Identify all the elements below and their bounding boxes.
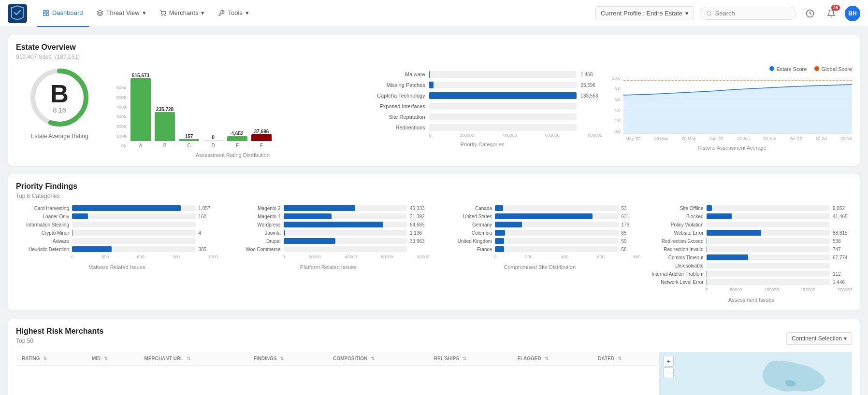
mid-sort-icon: ⇅ bbox=[104, 356, 108, 361]
bar-B: 235,728 B bbox=[155, 107, 175, 148]
nav-tools[interactable]: Tools ▾ bbox=[212, 0, 254, 27]
row-crypto-miner: Crypto Miner 4 bbox=[16, 230, 218, 236]
row-france: France 58 bbox=[439, 246, 641, 252]
map-svg bbox=[659, 352, 852, 395]
bars-container: 515,673 A 235,728 B 157 C bbox=[130, 85, 272, 148]
svg-rect-1 bbox=[43, 10, 45, 12]
row-site-offline: Site Offline 9,052 bbox=[651, 205, 853, 211]
continent-label: Continent Selection bbox=[792, 335, 842, 342]
nav-merchants-label: Merchants bbox=[169, 9, 199, 16]
col-dated: DATED ⇅ bbox=[592, 352, 659, 366]
row-network-level: Network Level Error 1,446 bbox=[651, 279, 853, 285]
bar-D: 0 D bbox=[203, 135, 223, 148]
tools-chevron-icon: ▾ bbox=[246, 9, 249, 16]
composition-sort-icon: ⇅ bbox=[371, 356, 375, 361]
platform-x-axis: 0 20000 40000 60000 80000 bbox=[228, 254, 430, 259]
map-zoom-in[interactable]: + bbox=[663, 356, 674, 367]
nav-items: Dashboard Threat View ▾ Merchants ▾ Tool… bbox=[37, 0, 595, 27]
row-unresolvable: Unresolvable bbox=[651, 263, 853, 268]
svg-point-6 bbox=[165, 15, 165, 15]
svg-rect-17 bbox=[659, 352, 852, 395]
legend: Estate Score Global Score bbox=[612, 66, 852, 72]
global-legend: Global Score bbox=[814, 66, 852, 72]
svg-rect-4 bbox=[46, 14, 48, 15]
history-btn[interactable] bbox=[802, 6, 818, 21]
row-magento2: Magento 2 46,333 bbox=[228, 205, 430, 211]
findings-subtitle: Top 6 Categories bbox=[16, 193, 852, 199]
continent-selector[interactable]: Continent Selection ▾ bbox=[786, 332, 852, 345]
navbar: Dashboard Threat View ▾ Merchants ▾ Tool… bbox=[0, 0, 868, 27]
assessment-issues-chart: Site Offline 9,052 Blocked 41,465 Policy… bbox=[651, 205, 853, 303]
row-joomla: Joomla 1,136 bbox=[228, 230, 430, 236]
history-icon bbox=[806, 9, 814, 18]
row-redir-invalid: Redirection Invalid 747 bbox=[651, 246, 853, 252]
historic-y-axis: 10.0 8.0 6.0 4.0 2.0 0.0 bbox=[612, 76, 622, 134]
historic-title: Historic Assessment Average bbox=[612, 145, 852, 151]
svg-point-7 bbox=[707, 11, 711, 15]
assessment-bars: Site Offline 9,052 Blocked 41,465 Policy… bbox=[651, 205, 853, 285]
rating-sort-icon: ⇅ bbox=[43, 356, 47, 361]
row-internal-auditor: Internal Auditor Problem 112 bbox=[651, 271, 853, 277]
merchants-title: Highest Risk Merchants bbox=[16, 327, 103, 336]
merchants-layout: RATING ⇅ MID ⇅ MERCHANT URL ⇅ FINDINGS ⇅… bbox=[16, 352, 852, 395]
nav-threat-label: Threat View bbox=[106, 9, 140, 16]
logo[interactable] bbox=[8, 4, 27, 23]
historic-chart-container: Estate Score Global Score 10.0 8.0 6.0 4… bbox=[612, 66, 852, 151]
nav-merchants[interactable]: Merchants ▾ bbox=[154, 0, 211, 27]
notification-badge: 26 bbox=[831, 5, 840, 11]
bar-fill-D bbox=[203, 140, 223, 141]
row-magento1: Magento 1 31,392 bbox=[228, 213, 430, 219]
merchants-card: Highest Risk Merchants Top 50 Continent … bbox=[8, 319, 860, 395]
hbar-captcha: Captcha Technology 133,553 bbox=[362, 92, 603, 99]
site-count-paren: (187,151) bbox=[55, 54, 80, 60]
bar-E: 4,652 E bbox=[227, 131, 247, 148]
historic-svg bbox=[623, 76, 852, 134]
row-heuristic: Heuristic Detection 385 bbox=[16, 246, 218, 252]
map-zoom-out[interactable]: − bbox=[663, 367, 674, 378]
profile-selector[interactable]: Current Profile : Entire Estate ▾ bbox=[595, 6, 694, 20]
dated-sort-icon: ⇅ bbox=[618, 356, 622, 361]
nav-dashboard-label: Dashboard bbox=[52, 9, 83, 16]
assessment-issues-title: Assessment Issues bbox=[651, 297, 853, 303]
bar-fill-A bbox=[130, 78, 151, 141]
rating-circle: B 8.16 bbox=[28, 66, 91, 129]
search-icon bbox=[706, 10, 712, 17]
estate-overview-card: Estate Overview 910,407 Sites (187,151) … bbox=[8, 35, 860, 166]
rating-letter: B bbox=[50, 81, 69, 106]
nav-right: Current Profile : Entire Estate ▾ 26 BH bbox=[595, 6, 860, 21]
findings-title: Priority Findings bbox=[16, 182, 852, 191]
malware-x-axis: 0 300 600 900 1200 bbox=[16, 254, 218, 259]
bar-A: 515,673 A bbox=[130, 73, 151, 148]
compromised-x-axis: 0 200 400 600 800 bbox=[439, 254, 641, 259]
notification-btn[interactable]: 26 bbox=[824, 6, 839, 21]
col-relationships: REL'SHIPS ⇅ bbox=[428, 352, 512, 366]
assessment-distribution-chart: 600K 500K 400K 300K 200K 100K 0K 515,673… bbox=[113, 66, 353, 158]
estate-legend: Estate Score bbox=[769, 66, 807, 72]
map-container: + − bbox=[659, 352, 852, 395]
platform-chart: Magento 2 46,333 Magento 1 31,392 Wordpr… bbox=[228, 205, 430, 303]
row-canada: Canada 53 bbox=[439, 205, 641, 211]
rating-label: Estate Average Rating bbox=[30, 133, 88, 140]
row-germany: Germany 176 bbox=[439, 222, 641, 227]
platform-title: Platform Related Issues bbox=[228, 264, 430, 270]
estate-dot bbox=[769, 66, 774, 71]
svg-rect-2 bbox=[46, 10, 48, 12]
platform-bars: Magento 2 46,333 Magento 1 31,392 Wordpr… bbox=[228, 205, 430, 252]
svg-point-5 bbox=[161, 15, 162, 15]
row-colombia: Colombia 65 bbox=[439, 230, 641, 236]
nav-dashboard[interactable]: Dashboard bbox=[37, 0, 89, 27]
merchants-header: Highest Risk Merchants Top 50 Continent … bbox=[16, 327, 852, 350]
nav-threat-view[interactable]: Threat View ▾ bbox=[91, 0, 152, 27]
row-comms-timeout: Comms Timeout 67,774 bbox=[651, 254, 853, 260]
search-input[interactable] bbox=[715, 10, 790, 17]
avatar[interactable]: BH bbox=[845, 6, 860, 21]
search-box[interactable] bbox=[700, 7, 796, 20]
merchants-subtitle: Top 50 bbox=[16, 338, 103, 344]
priority-categories-title: Priority Categories bbox=[362, 141, 603, 147]
hbar-exposed: Exposed Interfaces bbox=[362, 103, 603, 110]
row-us: United States 631 bbox=[439, 213, 641, 219]
bar-fill-C bbox=[179, 139, 199, 141]
table-header: RATING ⇅ MID ⇅ MERCHANT URL ⇅ FINDINGS ⇅… bbox=[16, 352, 659, 366]
row-wordpress: Wordpress 64,685 bbox=[228, 222, 430, 227]
rating-score: 8.16 bbox=[50, 106, 69, 114]
